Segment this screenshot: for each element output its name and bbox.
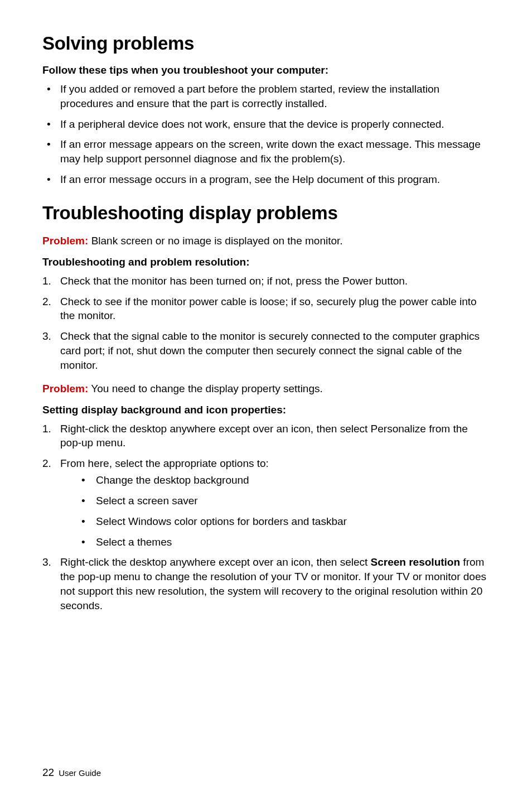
subhead-troubleshoot-tips: Follow these tips when you troubleshoot … <box>42 64 490 76</box>
problem-text: Blank screen or no image is displayed on… <box>88 235 342 247</box>
problem-text: You need to change the display property … <box>88 383 322 394</box>
list-display-options: Change the desktop background Select a s… <box>60 473 490 549</box>
problem-1: Problem: Blank screen or no image is dis… <box>42 234 490 248</box>
subhead-display-background: Setting display background and icon prop… <box>42 404 490 416</box>
step-text-pre: Right-click the desktop anywhere except … <box>60 556 371 568</box>
step-text-bold: Screen resolution <box>371 556 461 568</box>
list-item: Select a themes <box>60 535 490 549</box>
problem-label: Problem: <box>42 383 88 394</box>
page-footer: 22User Guide <box>42 766 101 779</box>
list-item: If you added or removed a part before th… <box>42 82 490 111</box>
list-item: If a peripheral device does not work, en… <box>42 117 490 132</box>
document-page: Solving problems Follow these tips when … <box>0 0 532 810</box>
list-item: Check that the signal cable to the monit… <box>42 329 490 372</box>
list-item: Change the desktop background <box>60 473 490 488</box>
heading-troubleshooting-display: Troubleshooting display problems <box>42 202 490 224</box>
problem-2: Problem: You need to change the display … <box>42 382 490 396</box>
list-item: Check to see if the monitor power cable … <box>42 295 490 324</box>
page-number: 22 <box>42 766 54 778</box>
list-tips: If you added or removed a part before th… <box>42 82 490 187</box>
list-item: Right-click the desktop anywhere except … <box>42 422 490 451</box>
list-item: Check that the monitor has been turned o… <box>42 274 490 288</box>
problem-label: Problem: <box>42 235 88 247</box>
list-item: If an error message occurs in a program,… <box>42 172 490 187</box>
list-item: Select Windows color options for borders… <box>60 514 490 529</box>
subhead-resolution: Troubleshooting and problem resolution: <box>42 256 490 268</box>
list-item: If an error message appears on the scree… <box>42 137 490 166</box>
heading-solving-problems: Solving problems <box>42 33 490 54</box>
footer-label: User Guide <box>59 768 101 778</box>
list-item: From here, select the appropriate option… <box>42 456 490 549</box>
list-item: Select a screen saver <box>60 494 490 508</box>
list-item: Right-click the desktop anywhere except … <box>42 555 490 613</box>
list-display-steps: Right-click the desktop anywhere except … <box>42 422 490 613</box>
list-resolution-steps: Check that the monitor has been turned o… <box>42 274 490 373</box>
step-lead-text: From here, select the appropriate option… <box>60 457 269 469</box>
